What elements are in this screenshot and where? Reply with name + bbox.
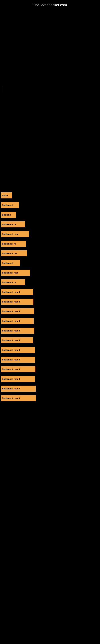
bar-1: Bottle — [1, 192, 12, 198]
bar-row-22: Bottleneck result — [1, 395, 100, 401]
bar-row-8: Bottleneck — [1, 260, 100, 266]
bar-row-15: Bottleneck result — [1, 328, 100, 334]
bar-row-18: Bottleneck result — [1, 356, 100, 363]
bar-6: Bottleneck re — [1, 241, 26, 247]
bar-15: Bottleneck result — [1, 328, 34, 334]
bar-3: Bottlene — [1, 212, 16, 218]
bar-row-1: Bottle — [1, 192, 100, 198]
bar-22: Bottleneck result — [1, 395, 36, 401]
bar-14: Bottleneck result — [1, 318, 34, 324]
divider-line — [2, 86, 2, 92]
bar-8: Bottleneck — [1, 260, 20, 266]
bar-row-21: Bottleneck result — [1, 386, 100, 392]
bar-row-4: Bottleneck re — [1, 222, 100, 228]
bar-12: Bottleneck result — [1, 299, 33, 305]
bar-16: Bottleneck result — [1, 337, 33, 343]
bar-row-20: Bottleneck result — [1, 376, 100, 382]
bar-13: Bottleneck result — [1, 308, 34, 314]
bar-17: Bottleneck result — [1, 347, 35, 353]
bar-row-6: Bottleneck re — [1, 241, 100, 247]
bar-row-9: Bottleneck resu — [1, 270, 100, 276]
bar-row-13: Bottleneck result — [1, 308, 100, 314]
chart-area — [0, 9, 100, 96]
bar-11: Bottleneck result — [1, 289, 33, 295]
bar-row-14: Bottleneck result — [1, 318, 100, 324]
bar-4: Bottleneck re — [1, 222, 25, 228]
bar-row-17: Bottleneck result — [1, 347, 100, 353]
bar-20: Bottleneck result — [1, 376, 35, 382]
bar-18: Bottleneck result — [1, 356, 35, 363]
bar-5: Bottleneck resu — [1, 231, 29, 237]
bar-2: Bottleneck — [1, 202, 19, 208]
bar-row-19: Bottleneck result — [1, 366, 100, 372]
bar-row-5: Bottleneck resu — [1, 231, 100, 237]
bar-19: Bottleneck result — [1, 366, 35, 372]
bar-row-11: Bottleneck result — [1, 289, 100, 295]
bar-row-2: Bottleneck — [1, 202, 100, 208]
bar-row-12: Bottleneck result — [1, 299, 100, 305]
bars-container: BottleBottleneckBottleneBottleneck reBot… — [0, 96, 100, 401]
bar-row-3: Bottlene — [1, 212, 100, 218]
site-title: TheBottlenecker.com — [0, 0, 100, 9]
bar-7: Bottleneck res — [1, 250, 27, 256]
bar-row-7: Bottleneck res — [1, 250, 100, 256]
bar-row-10: Bottleneck re — [1, 279, 100, 285]
bar-10: Bottleneck re — [1, 279, 25, 285]
bar-21: Bottleneck result — [1, 386, 36, 392]
bar-9: Bottleneck resu — [1, 270, 30, 276]
bar-row-16: Bottleneck result — [1, 337, 100, 343]
